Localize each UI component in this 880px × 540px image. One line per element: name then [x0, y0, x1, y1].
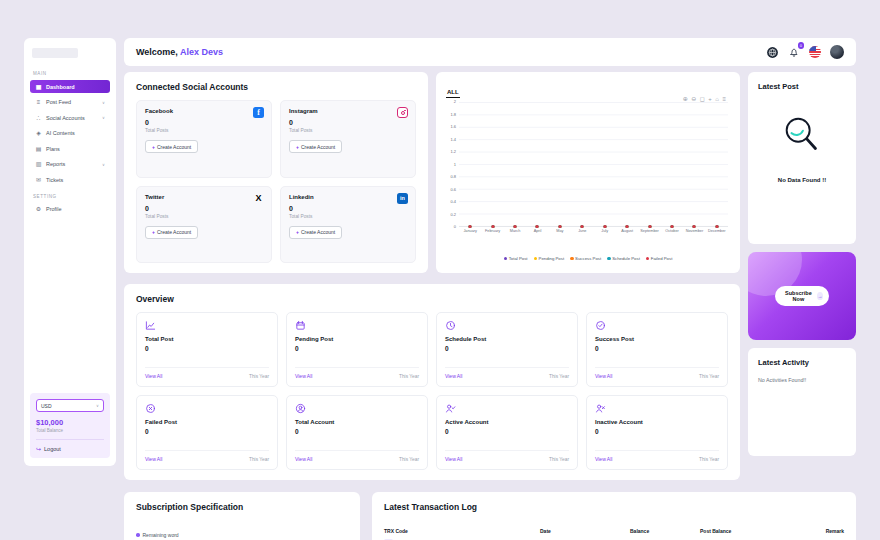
top-header: Welcome, Alex Devs 0	[124, 38, 856, 66]
legend-item[interactable]: Success Post	[570, 256, 601, 261]
view-all-link[interactable]: View All	[145, 373, 162, 379]
share-nodes-icon: ∴	[35, 115, 42, 121]
overview-tile-label: Total Account	[295, 419, 419, 425]
sidebar-item-plans[interactable]: ▤ Plans	[30, 142, 110, 155]
currency-select[interactable]: USD ∨	[36, 399, 104, 412]
create-account-button[interactable]: + Create Account	[289, 226, 342, 239]
view-all-link[interactable]: View All	[445, 373, 462, 379]
view-all-link[interactable]: View All	[295, 373, 312, 379]
total-balance-value: $10,000	[36, 418, 104, 427]
logout-label: Logout	[44, 446, 61, 452]
overview-title: Overview	[136, 294, 728, 304]
chart-y-axis: 21.81.61.41.210.80.60.40.20	[444, 102, 459, 227]
dashboard-icon: ▦	[35, 84, 42, 90]
social-tile-facebook: Facebook f 0 Total Posts + Create Accoun…	[136, 100, 272, 178]
view-all-link[interactable]: View All	[595, 456, 612, 462]
legend-item[interactable]: Schedule Post	[607, 256, 640, 261]
app-logo[interactable]	[32, 48, 78, 58]
facebook-icon: f	[253, 107, 264, 118]
chevron-down-icon: ∨	[96, 403, 99, 408]
x-tick-label: October	[661, 229, 683, 237]
sidebar-item-ai-contents[interactable]: ◈ AI Contents	[30, 127, 110, 140]
overview-tile-schedule-post: Schedule Post 0 View All This Year	[436, 312, 578, 387]
overview-tile-label: Pending Post	[295, 336, 419, 342]
overview-tile-label: Failed Post	[145, 419, 269, 425]
sidebar-item-social-accounts[interactable]: ∴ Social Accounts ∨	[30, 111, 110, 124]
chart-point	[536, 225, 539, 228]
no-activities-message: No Activities Found!!	[758, 377, 846, 383]
legend-item[interactable]: Failed Post	[646, 256, 673, 261]
create-account-label: Create Account	[157, 144, 191, 150]
create-account-label: Create Account	[301, 144, 335, 150]
sidebar-item-label: Social Accounts	[46, 115, 85, 121]
social-value-label: Total Posts	[289, 214, 407, 219]
legend-item[interactable]: Total Post	[504, 256, 528, 261]
logout-button[interactable]: ↪ Logout	[36, 439, 104, 452]
col-trx-code: TRX Code	[384, 528, 540, 534]
latest-activity-title: Latest Activity	[758, 358, 846, 367]
legend-dot	[504, 257, 508, 261]
x-tick-label: March	[504, 229, 526, 237]
overview-tile-pending-post: Pending Post 0 View All This Year	[286, 312, 428, 387]
magnifier-illustration	[758, 113, 846, 159]
sidebar-section-main: MAIN	[33, 71, 107, 76]
tickets-icon: ✉	[35, 177, 42, 183]
user-avatar[interactable]	[830, 45, 844, 59]
sidebar-item-tickets[interactable]: ✉ Tickets	[30, 173, 110, 186]
legend-item[interactable]: Pending Post	[534, 256, 565, 261]
chart-tab-all[interactable]: ALL	[446, 89, 460, 98]
chart-plot[interactable]	[459, 102, 728, 227]
legend-label: Failed Post	[651, 256, 673, 261]
social-name: Linkedin	[289, 194, 407, 200]
overview-grid: Total Post 0 View All This Year Pending …	[136, 312, 728, 470]
currency-value: USD	[41, 403, 52, 409]
overview-tile-inactive-account: Inactive Account 0 View All This Year	[586, 395, 728, 470]
subscribe-now-button[interactable]: Subscribe Now →	[775, 286, 829, 306]
period-label: This Year	[249, 457, 269, 462]
view-all-link[interactable]: View All	[295, 456, 312, 462]
subscription-specification-card: Subscription Specification Remaining wor…	[124, 492, 360, 540]
user-x-icon	[595, 403, 719, 414]
chart-point	[603, 225, 606, 228]
post-feed-icon: ≡	[35, 99, 42, 105]
social-tile-twitter: Twitter X 0 Total Posts + Create Account	[136, 186, 272, 264]
social-value: 0	[289, 119, 407, 126]
legend-label: Pending Post	[539, 256, 565, 261]
overview-tile-success-post: Success Post 0 View All This Year	[586, 312, 728, 387]
legend-dot	[570, 257, 574, 261]
chevron-down-icon: ∨	[102, 162, 105, 167]
overview-tile-failed-post: Failed Post 0 View All This Year	[136, 395, 278, 470]
col-remark: Remark	[805, 528, 844, 534]
create-account-button[interactable]: + Create Account	[289, 140, 342, 153]
create-account-button[interactable]: + Create Account	[145, 140, 198, 153]
period-label: This Year	[699, 457, 719, 462]
welcome-message: Welcome, Alex Devs	[136, 47, 223, 57]
globe-icon[interactable]	[766, 46, 779, 59]
chart-point	[648, 225, 651, 228]
overview-tile-value: 0	[145, 345, 269, 352]
sidebar-item-label: Dashboard	[46, 84, 75, 90]
notification-bell-icon[interactable]: 0	[788, 46, 800, 58]
overview-tile-label: Inactive Account	[595, 419, 719, 425]
social-value-label: Total Posts	[145, 128, 263, 133]
sidebar-item-post-feed[interactable]: ≡ Post Feed ∨	[30, 96, 110, 109]
view-all-link[interactable]: View All	[445, 456, 462, 462]
line-chart-icon	[145, 320, 269, 331]
x-tick-label: June	[571, 229, 593, 237]
sidebar-item-label: Plans	[46, 146, 60, 152]
sidebar-item-label: Reports	[46, 161, 65, 167]
create-account-button[interactable]: + Create Account	[145, 226, 198, 239]
sidebar-item-profile[interactable]: ⚙ Profile	[30, 203, 110, 216]
notification-badge: 0	[798, 42, 805, 49]
language-flag-icon[interactable]	[809, 46, 821, 58]
sidebar-item-reports[interactable]: ▥ Reports ∨	[30, 158, 110, 171]
overview-tile-value: 0	[145, 428, 269, 435]
twitter-x-icon: X	[253, 193, 264, 204]
view-all-link[interactable]: View All	[145, 456, 162, 462]
subscribe-now-label: Subscribe Now	[783, 290, 814, 302]
total-balance-label: Total Balance	[36, 428, 104, 433]
sidebar-item-dashboard[interactable]: ▦ Dashboard	[30, 80, 110, 93]
view-all-link[interactable]: View All	[595, 373, 612, 379]
chevron-down-icon: ∨	[102, 100, 105, 105]
subscription-legend-item[interactable]: Remaining word	[136, 532, 348, 538]
